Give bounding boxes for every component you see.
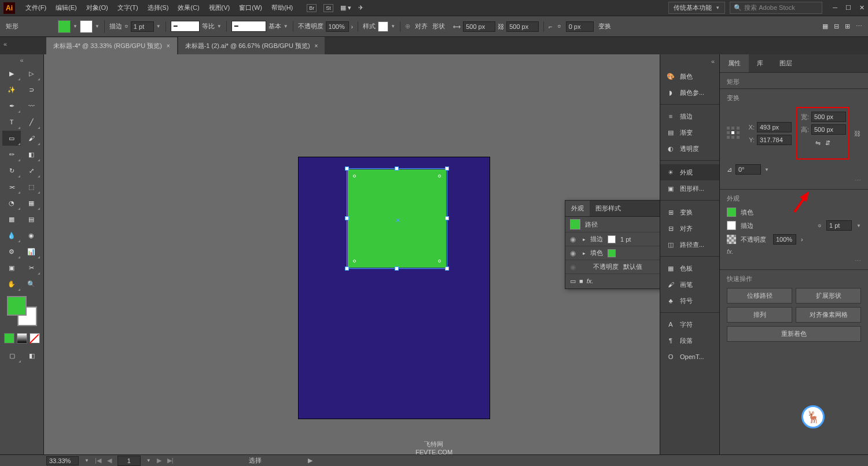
strip-align[interactable]: ⊟对齐 [660, 220, 719, 236]
lasso-tool[interactable]: ⊃ [22, 82, 41, 97]
options-icon[interactable]: ⊞ [845, 23, 850, 30]
fx-label[interactable]: fx. [727, 248, 861, 255]
hand-tool[interactable]: ✋ [2, 276, 21, 291]
transform-more-icon[interactable]: ⋯ [727, 177, 861, 184]
opacity-input[interactable]: 100% [326, 21, 349, 32]
zoom-input[interactable]: 33.33% [46, 456, 79, 465]
opacity-input[interactable]: 100% [773, 234, 796, 245]
rectangle-tool[interactable]: ▭ [2, 131, 21, 146]
color-mode-swatch[interactable] [4, 333, 14, 343]
paintbrush-tool[interactable]: 🖌 [22, 131, 41, 146]
direct-selection-tool[interactable]: ▷ [22, 66, 41, 81]
close-icon[interactable]: × [315, 43, 318, 49]
none-mode-swatch[interactable] [30, 333, 40, 343]
reference-point[interactable] [727, 127, 741, 140]
opacity-chevron[interactable]: › [351, 23, 354, 30]
strip-brushes[interactable]: 🖌画笔 [660, 276, 719, 293]
menu-view[interactable]: 视图(V) [204, 0, 235, 16]
screen-mode-tool[interactable]: ▢ [3, 348, 21, 363]
gpu-icon[interactable]: ✈ [358, 4, 363, 12]
graphic-styles-tab[interactable]: 图形样式 [590, 201, 627, 216]
corner-input[interactable]: 0 px [566, 21, 594, 32]
link-wh-icon[interactable]: ⛓ [498, 23, 504, 30]
strip-symbols[interactable]: ♣符号 [660, 293, 719, 309]
slice-tool[interactable]: ✂ [22, 260, 41, 275]
w-input[interactable] [811, 112, 846, 122]
status-chevron[interactable]: ▶ [308, 457, 312, 464]
strip-transparency[interactable]: ◐透明度 [660, 140, 719, 157]
strip-graphic-styles[interactable]: ▣图形样... [660, 180, 719, 197]
strip-gradient[interactable]: ▤渐变 [660, 124, 719, 140]
shaper-tool[interactable]: ✏ [2, 147, 21, 162]
strip-pathfinder[interactable]: ◫路径查... [660, 236, 719, 253]
eraser-tool[interactable]: ◧ [22, 147, 41, 162]
fill-row[interactable]: ◉ ▸ 填色 [565, 246, 660, 260]
toolbox-collapse-icon[interactable]: « [2, 57, 41, 64]
doc-tab-2[interactable]: 未标题-1 (2).ai* @ 66.67% (RGB/GPU 预览) × [178, 37, 325, 54]
height-input[interactable]: 500 px [506, 21, 539, 32]
more-icon[interactable]: ⋯ [856, 23, 862, 30]
stroke-profile[interactable]: ━ [171, 21, 200, 32]
strip-opentype[interactable]: OOpenT... [660, 349, 719, 365]
stroke-swatch[interactable] [727, 221, 736, 230]
menu-object[interactable]: 对象(O) [82, 0, 113, 16]
isolate-icon[interactable]: ▦ [822, 23, 828, 30]
pen-tool[interactable]: ✒ [2, 98, 21, 113]
artboard-tool[interactable]: ▣ [2, 260, 21, 275]
draw-mode-tool[interactable]: ◧ [23, 348, 41, 363]
first-artboard-icon[interactable]: |◀ [95, 457, 101, 464]
graph-tool[interactable]: 📊 [22, 244, 41, 259]
path-row[interactable]: 路径 [565, 217, 660, 232]
strip-color-guide[interactable]: ◗颜色参... [660, 84, 719, 101]
strip-stroke[interactable]: ≡描边 [660, 108, 719, 124]
menu-window[interactable]: 窗口(W) [234, 0, 267, 16]
visibility-icon[interactable]: ◉ [570, 249, 578, 257]
strip-appearance[interactable]: ☀外观 [660, 164, 719, 180]
transform-label[interactable]: 变换 [598, 22, 611, 31]
opacity-row[interactable]: ◉ 不透明度 默认值 [565, 260, 660, 274]
shape-button[interactable]: 形状 [432, 22, 445, 31]
strip-color[interactable]: 🎨颜色 [660, 68, 719, 84]
fill-swatch[interactable] [727, 208, 736, 217]
flip-h-icon[interactable]: ⇋ [815, 139, 821, 147]
curvature-tool[interactable]: 〰 [22, 98, 41, 113]
menu-select[interactable]: 选择(S) [143, 0, 174, 16]
brush-def[interactable]: ━ [231, 21, 266, 32]
close-icon[interactable]: ✕ [859, 4, 865, 12]
width-input[interactable]: 500 px [463, 21, 495, 32]
canvas[interactable]: ✕ 外观 图形样式 »≡ 路径 ◉ ▸ 描边 1 pt ◉ ▸ [44, 54, 660, 454]
align-panel-icon[interactable]: ⊟ [834, 23, 839, 30]
props-tab-libraries[interactable]: 库 [749, 54, 771, 72]
expand-icon[interactable]: ▸ [583, 250, 586, 256]
prev-artboard-icon[interactable]: ◀ [107, 457, 112, 464]
appearance-tab[interactable]: 外观 [565, 201, 590, 216]
strip-transform[interactable]: ⊞变换 [660, 204, 719, 220]
mesh-tool[interactable]: ▩ [2, 212, 21, 227]
visibility-icon[interactable]: ◉ [570, 235, 578, 243]
props-tab-properties[interactable]: 属性 [720, 54, 749, 72]
align-label[interactable]: 对齐 [415, 22, 428, 31]
workspace-dropdown[interactable]: 传统基本功能 ▼ [668, 2, 725, 14]
link-wh-icon[interactable]: ⛓ [854, 130, 860, 137]
stroke-swatch[interactable] [80, 20, 93, 33]
search-input[interactable]: 🔍 搜索 Adobe Stock [730, 2, 822, 14]
rotate-tool[interactable]: ↻ [2, 163, 21, 178]
close-icon[interactable]: × [167, 43, 170, 49]
last-artboard-icon[interactable]: ▶| [167, 457, 174, 464]
blend-tool[interactable]: ◉ [22, 228, 41, 243]
new-stroke-icon[interactable]: ▭ [570, 278, 576, 285]
gradient-tool[interactable]: ▤ [22, 212, 41, 227]
flip-v-icon[interactable]: ⇵ [825, 139, 830, 147]
h-input[interactable] [811, 124, 846, 135]
menu-help[interactable]: 帮助(H) [267, 0, 297, 16]
free-transform-tool[interactable]: ⬚ [22, 179, 41, 194]
arrange-button[interactable]: 排列 [727, 307, 792, 323]
strip-paragraph[interactable]: ¶段落 [660, 332, 719, 349]
next-artboard-icon[interactable]: ▶ [157, 457, 161, 464]
stroke-weight-input[interactable]: 1 pt [826, 220, 852, 231]
bridge-icon[interactable]: Br [307, 4, 317, 12]
arrange-icon[interactable]: ▦ ▾ [340, 4, 351, 12]
doc-tab-1[interactable]: 未标题-4* @ 33.33% (RGB/GPU 预览) × [46, 37, 177, 54]
stock-icon[interactable]: St [323, 4, 333, 12]
stroke-weight-input[interactable]: 1 pt [131, 21, 154, 32]
